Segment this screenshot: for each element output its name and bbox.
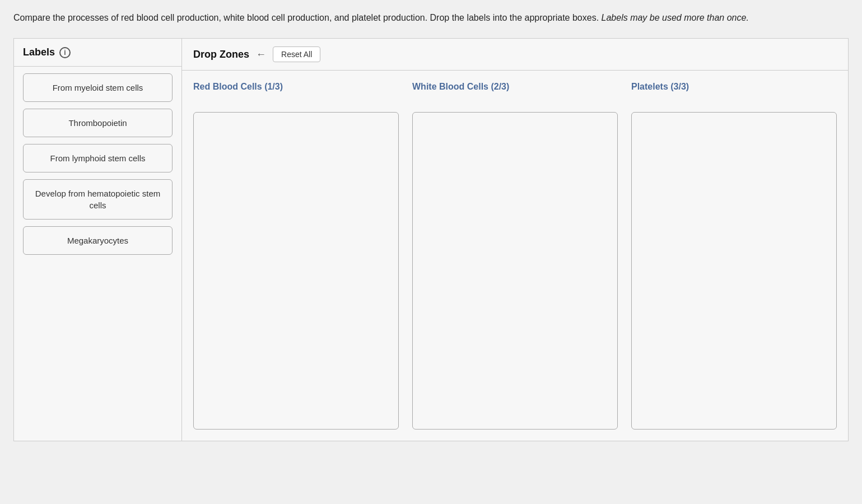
dropzones-title: Drop Zones <box>193 49 249 60</box>
labels-panel: Labels i From myeloid stem cells Thrombo… <box>14 39 182 441</box>
dropzones-header: Drop Zones ← Reset All <box>182 39 848 71</box>
label-myeloid[interactable]: From myeloid stem cells <box>23 73 173 102</box>
label-megakaryocytes[interactable]: Megakaryocytes <box>23 226 173 255</box>
back-icon[interactable]: ← <box>256 49 266 60</box>
drop-column-white-title: White Blood Cells (2/3) <box>412 82 618 106</box>
labels-list: From myeloid stem cells Thrombopoietin F… <box>14 67 181 262</box>
drop-column-red-title: Red Blood Cells (1/3) <box>193 82 399 106</box>
drop-column-white: White Blood Cells (2/3) <box>412 82 618 430</box>
main-container: Labels i From myeloid stem cells Thrombo… <box>13 38 849 441</box>
instructions-text: Compare the processes of red blood cell … <box>13 11 848 25</box>
dropzones-content: Red Blood Cells (1/3) White Blood Cells … <box>182 71 848 441</box>
drop-column-platelets: Platelets (3/3) <box>631 82 837 430</box>
drop-zone-platelets[interactable] <box>631 112 837 430</box>
drop-zone-white[interactable] <box>412 112 618 430</box>
dropzones-panel: Drop Zones ← Reset All Red Blood Cells (… <box>182 39 848 441</box>
labels-title: Labels <box>23 46 55 58</box>
drop-zone-red[interactable] <box>193 112 399 430</box>
label-lymphoid[interactable]: From lymphoid stem cells <box>23 144 173 172</box>
drop-column-red: Red Blood Cells (1/3) <box>193 82 399 430</box>
info-icon[interactable]: i <box>59 47 71 58</box>
labels-header: Labels i <box>14 39 181 67</box>
reset-all-button[interactable]: Reset All <box>273 46 320 62</box>
label-hematopoietic[interactable]: Develop from hematopoietic stem cells <box>23 179 173 220</box>
label-thrombopoietin[interactable]: Thrombopoietin <box>23 109 173 137</box>
drop-column-platelets-title: Platelets (3/3) <box>631 82 837 106</box>
